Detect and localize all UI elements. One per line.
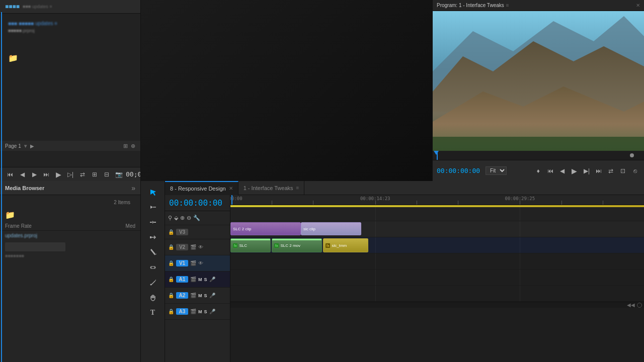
scroll-left[interactable]: ◀◀	[627, 302, 635, 308]
v1-film-icon[interactable]: 🎬	[190, 260, 196, 266]
timeline-scrollbar[interactable]: ◀◀	[230, 302, 644, 308]
prog-skip-start[interactable]: ⏮	[545, 166, 555, 175]
prog-safe[interactable]: ⊡	[618, 166, 628, 175]
prog-export[interactable]: ⎋	[630, 166, 640, 175]
fit-dropdown[interactable]: Fit	[486, 166, 507, 175]
search-bar-placeholder[interactable]	[5, 242, 65, 251]
prog-marker[interactable]: ♦	[533, 166, 543, 175]
prog-loop[interactable]: ⇄	[606, 166, 616, 175]
v1-lock[interactable]: 🔒	[168, 260, 174, 266]
prog-step-back[interactable]: ◀	[557, 166, 568, 175]
program-close-icon[interactable]: ✕	[636, 3, 640, 8]
v2-track-row[interactable]: SLC 2 clip slc clip	[230, 221, 644, 237]
v2-clip1[interactable]: SLC 2 clip	[230, 222, 301, 235]
left-panel: ■■■■ ■■■ updates ≡ ■■■ ■■■■■ updates ≡ ■…	[0, 0, 141, 181]
a1-mute[interactable]: M	[198, 277, 202, 282]
a3-track-row[interactable]	[230, 286, 644, 302]
source-overlay[interactable]: ⊟	[102, 170, 112, 179]
v2-eye-icon[interactable]: 👁	[198, 244, 203, 250]
tool-type[interactable]: T	[145, 306, 161, 320]
tool-slip[interactable]	[145, 260, 161, 275]
v3-lock[interactable]: 🔒	[168, 229, 174, 235]
track-wrench-icon[interactable]: 🔧	[193, 215, 200, 221]
v1-clip-slc[interactable]: fx SLC	[230, 238, 271, 252]
program-menu-icon[interactable]: ≡	[506, 3, 509, 8]
clip-green-strip2	[272, 239, 321, 240]
svg-rect-13	[151, 266, 155, 268]
seq-tabs: 8 - Responsive Design ✕ 1 - Interface Tw…	[165, 181, 644, 195]
source-loop[interactable]: ⇄	[77, 170, 88, 179]
source-skip-start[interactable]: ⏮	[5, 170, 15, 179]
v2-lock[interactable]: 🔒	[168, 244, 174, 250]
svg-point-16	[150, 284, 151, 286]
page-next[interactable]: ▶	[30, 143, 34, 149]
a1-film-icon[interactable]: 🎬	[190, 277, 196, 282]
page-indicator: Page 1 ▼ ▶	[5, 143, 34, 149]
v3-track-row[interactable]	[230, 207, 644, 221]
scroll-circle[interactable]	[637, 303, 642, 308]
v2-clip2-label: slc clip	[303, 227, 315, 231]
prog-skip-end[interactable]: ⏭	[594, 166, 604, 175]
v1-track-row[interactable]: fx SLC fx SLC 2 mov fx slc_tmm	[230, 237, 644, 253]
v1-clip-slc3[interactable]: fx slc_tmm	[323, 238, 368, 252]
source-step-fwd[interactable]: ▶	[29, 170, 39, 179]
track-magnet-icon[interactable]: ⚲	[168, 215, 172, 221]
media-browser-expand[interactable]: »	[131, 184, 135, 192]
tool-razor[interactable]	[145, 245, 161, 259]
a3-label: A3	[176, 308, 188, 315]
a1-solo[interactable]: S	[204, 277, 207, 282]
source-monitor	[141, 0, 433, 181]
source-play[interactable]: ▶	[53, 169, 63, 179]
tool-pen[interactable]	[145, 276, 161, 290]
type-icon-label: T	[150, 309, 155, 317]
source-camera[interactable]: 📷	[114, 170, 124, 179]
a3-mic-icon[interactable]: 🎤	[209, 309, 215, 314]
a1-mic-icon[interactable]: 🎤	[209, 277, 215, 282]
prog-step-fwd[interactable]: ▶|	[582, 166, 592, 175]
a3-lock[interactable]: 🔒	[168, 309, 174, 314]
a2-solo[interactable]: S	[204, 293, 207, 298]
settings-icon[interactable]: ⊕	[131, 143, 135, 149]
source-insert[interactable]: ⊞	[90, 170, 100, 179]
tool-hand[interactable]	[145, 291, 161, 305]
tool-ripple[interactable]	[145, 215, 161, 229]
folder-icon: 📁	[8, 53, 18, 63]
v1-clip-slc2[interactable]: fx SLC 2 mov	[272, 238, 322, 252]
a3-film-icon[interactable]: 🎬	[190, 309, 196, 314]
seq-tab1-close[interactable]: ✕	[229, 186, 233, 191]
v2-clip2[interactable]: slc clip	[301, 222, 361, 235]
prog-play[interactable]: ▶	[570, 166, 580, 176]
a2-track-row[interactable]	[230, 269, 644, 286]
a2-film-icon[interactable]: 🎬	[190, 293, 196, 298]
track-add-icon[interactable]: ⊕	[180, 215, 185, 221]
a2-mic-icon[interactable]: 🎤	[209, 293, 215, 298]
a1-lock[interactable]: 🔒	[168, 277, 174, 282]
source-play-end[interactable]: ▷|	[65, 170, 75, 179]
a1-track-row[interactable]	[230, 253, 644, 269]
app-container: ■■■■ ■■■ updates ≡ ■■■ ■■■■■ updates ≡ ■…	[0, 0, 644, 362]
track-minus-icon[interactable]: ⊖	[187, 215, 191, 221]
left-panel-header: ■■■■ ■■■ updates ≡	[0, 0, 140, 14]
v2-clip1-label: SLC 2 clip	[233, 227, 251, 231]
tool-rate-stretch[interactable]	[145, 230, 161, 244]
a3-mute[interactable]: M	[198, 309, 202, 314]
a2-lock[interactable]: 🔒	[168, 293, 174, 298]
seq-tab-interface[interactable]: 1 - Interface Tweaks ≡	[238, 181, 305, 195]
grid-icon[interactable]: ⊞	[123, 143, 128, 149]
tool-track-select[interactable]	[145, 200, 161, 214]
track-link-icon[interactable]: ⬙	[174, 215, 178, 221]
tool-select[interactable]	[145, 185, 161, 199]
playhead-triangle	[434, 151, 439, 155]
a3-solo[interactable]: S	[204, 309, 207, 314]
page-dropdown[interactable]: ▼	[23, 143, 28, 149]
left-panel-content: ■■■ ■■■■■ updates ≡ ■■■■■.prproj 📁	[0, 14, 140, 181]
seq-tab2-menu[interactable]: ≡	[296, 185, 299, 191]
svg-rect-8	[150, 222, 152, 223]
v1-eye-icon[interactable]: 👁	[198, 260, 203, 266]
source-skip-end[interactable]: ⏭	[41, 170, 51, 179]
seq-tab-responsive[interactable]: 8 - Responsive Design ✕	[165, 181, 238, 195]
v1-label: V1	[176, 260, 188, 266]
v2-film-icon[interactable]: 🎬	[190, 244, 196, 250]
source-step-back[interactable]: ◀	[17, 170, 27, 179]
a2-mute[interactable]: M	[198, 293, 202, 298]
